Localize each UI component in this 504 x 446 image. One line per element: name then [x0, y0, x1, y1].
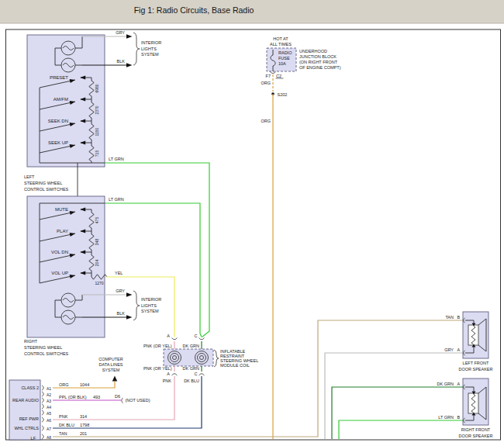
hot-label: HOT AT: [273, 36, 288, 41]
wire-color-label: GRY: [116, 30, 125, 35]
module-name: RIGHT: [24, 339, 38, 344]
wire-color-label: DK GRN: [183, 366, 199, 371]
pin-label: A5: [47, 411, 51, 416]
wire-color-label: GRY: [116, 289, 125, 293]
system-label: INTERIOR: [141, 297, 161, 302]
pin-label: A8: [47, 435, 51, 440]
system-label: SYSTEM: [141, 52, 159, 57]
diagram-canvas: Fig 1: Radio Circuits, Base Radio GRY BL…: [0, 0, 504, 446]
wire-color-label: TAN: [445, 315, 454, 320]
module-box: [27, 196, 105, 337]
wire-color-label: PPL (OR BLK): [59, 395, 87, 399]
wire-color-label: PNK: [163, 379, 172, 383]
switch-label-play: PLAY: [57, 229, 68, 233]
splice-label: S202: [278, 92, 288, 97]
system-label: COMPUTER: [98, 357, 123, 361]
wire-color-label: DK BLU: [184, 379, 199, 383]
pin-label: A1: [47, 386, 51, 391]
resistor-value: 1150: [95, 127, 99, 136]
wire-color-label: ORG: [59, 382, 69, 387]
module-name: CONTROL SWITCHES: [24, 351, 69, 356]
wire-color-label: LT GRN: [438, 415, 454, 420]
circuit-number: 314: [80, 414, 87, 419]
wire-color-label: ORG: [261, 119, 271, 123]
resistor-value: 6980: [95, 84, 99, 92]
function-label: LF: [31, 436, 36, 441]
resistor-value: 2370: [95, 105, 99, 114]
circuit-number: 201: [80, 431, 87, 436]
switch-label-seek-dn: SEEK DN: [48, 119, 68, 123]
wire-color-label: PNK (OR YEL): [143, 344, 172, 348]
pin-label: A: [167, 372, 170, 376]
system-label: LIGHTS: [141, 303, 157, 308]
speaker-name: RIGHT FRONT: [461, 427, 491, 432]
wire-color-label: TAN: [59, 431, 67, 436]
wire-color-label: YEL: [115, 271, 123, 275]
pin-label: B: [457, 415, 461, 420]
pin-label: A7: [47, 427, 51, 431]
speaker-name: LEFT FRONT: [463, 361, 489, 365]
header-bar: Fig 1: Radio Circuits, Base Radio: [0, 0, 504, 23]
wire-color-label: DK GRN: [183, 344, 199, 348]
wiring-diagram-page: Fig 1: Radio Circuits, Base Radio GRY BL…: [0, 0, 504, 446]
system-label: DATA LINES: [99, 362, 123, 367]
system-label: INTERIOR: [141, 40, 161, 45]
function-label: WHL CTRLS: [14, 426, 39, 430]
module-name: STEERING WHEEL: [24, 345, 62, 350]
pin-label: D6: [115, 394, 120, 399]
function-label: CLASS 2: [21, 385, 39, 390]
wire-color-label: DK BLU: [59, 423, 74, 427]
wire-color-label: PNK (OR YEL): [143, 366, 172, 371]
location-label: JUNCTION BLOCK: [299, 54, 337, 59]
pin-label: B: [457, 315, 461, 320]
wire-color-label: LT GRN: [109, 197, 124, 202]
system-label: SYSTEM: [102, 368, 120, 372]
switch-label-seek-up: SEEK UP: [48, 140, 68, 145]
system-label: SYSTEM: [141, 309, 159, 313]
resistor-value: 1270: [95, 281, 103, 285]
switch-label-amfm: AM/FM: [54, 97, 68, 102]
resistor-value: 475: [95, 217, 99, 224]
circuit-number: 1798: [80, 423, 89, 427]
wire-color-label: LT GRN: [109, 157, 124, 161]
wire-color-label: DK GRN: [437, 382, 454, 386]
pin-label: C: [195, 334, 198, 338]
fuse-pin-label: F7: [266, 74, 271, 78]
pin-label: C: [195, 372, 198, 376]
pin-label: A: [457, 382, 461, 386]
module-name: LEFT: [24, 175, 35, 179]
location-label: OF ENGINE COMPT): [299, 65, 341, 70]
not-used-note: (NOT USED): [126, 398, 150, 403]
switch-label-vol-up: VOL UP: [51, 271, 68, 275]
wire-color-label: ORG: [261, 81, 271, 85]
module-name: STEERING WHEEL: [24, 181, 62, 185]
hot-label: ALL TIMES: [270, 42, 292, 47]
resistor-value: 204: [95, 260, 99, 267]
circuit-number: 493: [93, 395, 100, 399]
connector-link[interactable]: C2: [276, 74, 281, 78]
fuse-rating: 10A: [278, 61, 286, 66]
pin-label: A2: [47, 392, 51, 397]
resistor-value: 348: [95, 239, 99, 246]
wire-color-label: GRY: [444, 347, 454, 352]
speaker-name: DOOR SPEAKER: [458, 367, 492, 372]
system-label: LIGHTS: [141, 47, 157, 51]
fuse-name: FUSE: [278, 56, 290, 61]
wire-color-label: PNK: [59, 414, 68, 419]
resistor-value: 715: [95, 150, 99, 157]
pin-label: A: [167, 334, 170, 338]
pin-label: A: [457, 347, 461, 352]
speaker-name: DOOR SPEAKER: [458, 434, 492, 438]
page-title: Fig 1: Radio Circuits, Base Radio: [134, 5, 254, 15]
pin-label: A6: [47, 418, 51, 423]
fuse-name: RADIO: [278, 50, 292, 55]
switch-label-preset: PRESET: [50, 75, 68, 80]
location-label: UNDERHOOD: [299, 49, 327, 54]
switch-label-mute: MUTE: [55, 207, 68, 212]
coil-name: MODULE COIL: [220, 363, 250, 368]
wire-color-label: BLK: [117, 311, 126, 316]
circuit-number: 1044: [80, 382, 89, 387]
module-name: CONTROL SWITCHES: [24, 187, 69, 192]
switch-label-vol-dn: VOL DN: [51, 250, 68, 254]
function-label: REF PWR: [19, 417, 39, 421]
